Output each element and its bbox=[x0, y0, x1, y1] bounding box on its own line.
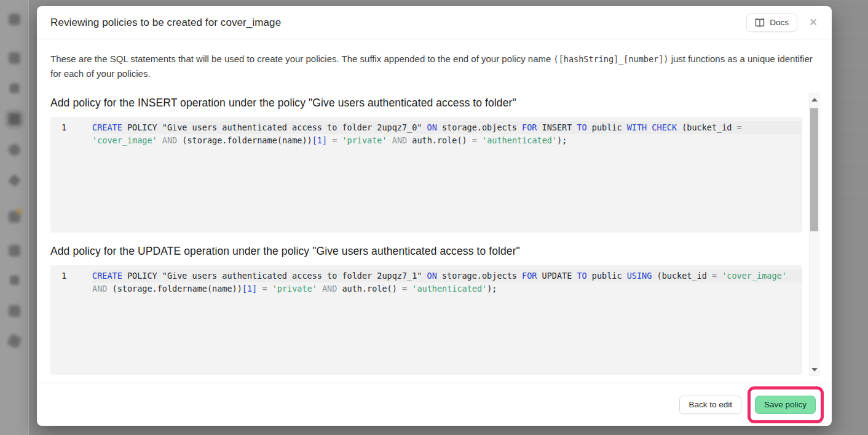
update-policy-code-editor[interactable]: 1 CREATE POLICY "Give users authenticate… bbox=[50, 265, 802, 375]
policies-scroll-region: Add policy for the INSERT operation unde… bbox=[50, 93, 819, 376]
policy-suffix-code: ([hashString]_[number]) bbox=[554, 54, 669, 64]
vertical-scrollbar[interactable] bbox=[809, 93, 819, 376]
modal-description-wrap: These are the SQL statements that will b… bbox=[37, 39, 832, 93]
sql-editor-icon[interactable] bbox=[9, 83, 19, 93]
line-number: 1 bbox=[50, 269, 92, 282]
insert-policy-heading: Add policy for the INSERT operation unde… bbox=[50, 93, 802, 117]
modal-header: Reviewing policies to be created for cov… bbox=[37, 6, 832, 39]
modal-description: These are the SQL statements that will b… bbox=[50, 52, 813, 81]
book-icon bbox=[755, 18, 765, 27]
code-line: 'cover_image' AND (storage.foldername(na… bbox=[92, 134, 802, 147]
docs-button[interactable]: Docs bbox=[746, 14, 797, 32]
reports-icon[interactable] bbox=[9, 305, 20, 317]
scrollbar-thumb[interactable] bbox=[810, 108, 818, 231]
scrollbar-down-arrow[interactable] bbox=[810, 365, 819, 374]
docs-button-label: Docs bbox=[770, 18, 789, 27]
home-icon[interactable] bbox=[9, 14, 20, 25]
code-line: CREATE POLICY "Give users authenticated … bbox=[92, 121, 802, 134]
modal-title: Reviewing policies to be created for cov… bbox=[50, 17, 281, 29]
code-line: CREATE POLICY "Give users authenticated … bbox=[92, 269, 802, 282]
review-policies-modal: Reviewing policies to be created for cov… bbox=[37, 6, 832, 426]
table-editor-icon[interactable] bbox=[9, 52, 20, 64]
database-icon[interactable] bbox=[9, 113, 20, 125]
storage-icon[interactable] bbox=[9, 211, 20, 223]
policies-list: Add policy for the INSERT operation unde… bbox=[50, 93, 809, 376]
realtime-icon[interactable] bbox=[10, 276, 19, 285]
scrollbar-up-arrow[interactable] bbox=[810, 95, 819, 104]
insert-policy-code-editor[interactable]: 1 CREATE POLICY "Give users authenticate… bbox=[50, 117, 802, 233]
back-to-edit-button[interactable]: Back to edit bbox=[679, 396, 741, 414]
modal-footer: Back to edit Save policy bbox=[37, 383, 832, 426]
edge-functions-icon[interactable] bbox=[9, 245, 20, 257]
annotation-highlight: Save policy bbox=[748, 386, 824, 423]
save-policy-button[interactable]: Save policy bbox=[755, 396, 816, 414]
update-policy-heading: Add policy for the UPDATE operation unde… bbox=[50, 241, 802, 265]
sidebar bbox=[0, 0, 29, 435]
logs-icon[interactable] bbox=[7, 333, 22, 349]
code-line: AND (storage.foldername(name))[1] = 'pri… bbox=[92, 282, 802, 295]
close-icon[interactable]: ✕ bbox=[807, 17, 819, 28]
auth-icon[interactable] bbox=[9, 144, 20, 156]
line-number: 1 bbox=[50, 121, 92, 134]
api-icon[interactable] bbox=[8, 174, 21, 187]
